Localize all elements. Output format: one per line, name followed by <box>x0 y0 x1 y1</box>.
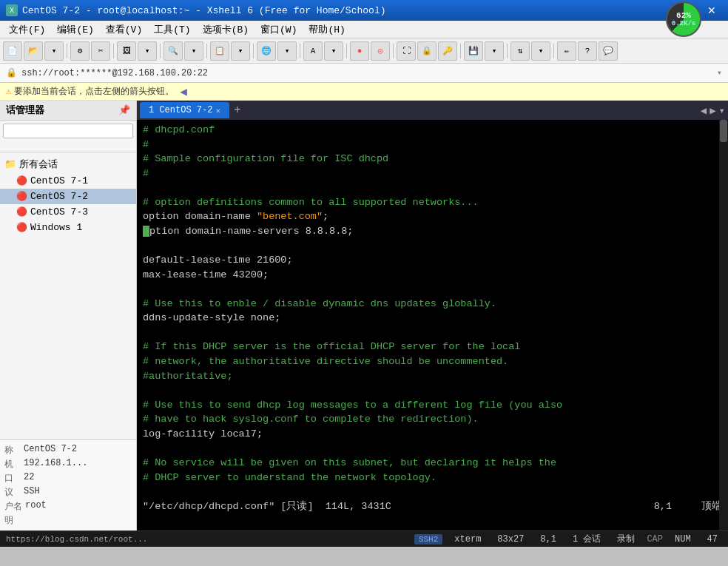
toolbar-key-btn[interactable]: 🔑 <box>438 41 457 61</box>
menu-tools[interactable]: 工具(T) <box>148 21 196 38</box>
address-dropdown[interactable]: ▾ <box>717 67 722 78</box>
toolbar-btn-3[interactable]: ✂ <box>91 41 110 61</box>
sidebar-pin-btn[interactable]: 📌 <box>118 104 130 116</box>
status-size: 83x27 <box>493 534 528 545</box>
tab-nav: ◀ ▶ ▾ <box>701 104 725 117</box>
sidebar-search-input[interactable] <box>3 124 133 138</box>
sidebar-item-centos72[interactable]: 🔴 CentOS 7-2 <box>0 189 136 204</box>
window-controls: — 62% 0.2K/s ✕ <box>679 2 722 18</box>
cursor-block <box>143 226 149 237</box>
status-position: 8,1 <box>536 534 561 545</box>
tab-add-btn[interactable]: + <box>231 104 244 117</box>
menu-window[interactable]: 窗口(W) <box>255 21 303 38</box>
toolbar-disk-btn[interactable]: 💾 <box>464 41 483 61</box>
sidebar-group-all[interactable]: 📁 所有会话 <box>0 155 136 173</box>
terminal-line: ption domain-name-servers 8.8.8.8; <box>143 224 722 239</box>
server-icon-3: 🔴 <box>16 206 27 218</box>
toolbar-lock-btn[interactable]: 🔒 <box>417 41 437 61</box>
tab-prev-btn[interactable]: ◀ <box>701 104 707 117</box>
terminal-line <box>143 326 722 340</box>
toolbar-fullscreen-btn[interactable]: ⛶ <box>397 41 416 61</box>
tab-close-btn[interactable]: ✕ <box>215 106 220 115</box>
terminal-line: # If this DHCP server is the official DH… <box>143 340 722 354</box>
scrollbar-track[interactable] <box>719 120 728 530</box>
toolbar-sep-2 <box>113 44 114 58</box>
terminal-line <box>143 485 722 499</box>
warning-text: 要添加当前会话，点击左侧的箭头按钮。 <box>14 85 174 98</box>
toolbar-dropdown7-btn[interactable]: ▾ <box>485 41 504 61</box>
sidebar-item-centos71[interactable]: 🔴 CentOS 7-1 <box>0 173 136 189</box>
toolbar-xfer-btn[interactable]: ⇅ <box>510 41 530 61</box>
toolbar-dropdown4-btn[interactable]: ▾ <box>231 41 250 61</box>
terminal-line: # <box>143 138 722 152</box>
toolbar-dropdown5-btn[interactable]: ▾ <box>277 41 297 61</box>
toolbar-dropdown3-btn[interactable]: ▾ <box>184 41 203 61</box>
toolbar-resize-btn[interactable]: 🖼 <box>117 41 136 61</box>
terminal-line: # have to hack syslog.conf to complete t… <box>143 412 722 427</box>
server-icon-4: 🔴 <box>16 222 27 233</box>
menu-file[interactable]: 文件(F) <box>3 21 51 38</box>
toolbar-copy-btn[interactable]: 📋 <box>210 41 229 61</box>
terminal-line: option domain-name "benet.com"; <box>143 209 722 224</box>
toolbar-globe-btn[interactable]: 🌐 <box>257 41 276 61</box>
toolbar-sep-6 <box>300 44 300 58</box>
toolbar-dropdown2-btn[interactable]: ▾ <box>138 41 157 61</box>
terminal-content[interactable]: # dhcpd.conf## Sample configuration file… <box>137 120 728 530</box>
terminal-line: "/etc/dhcp/dhcpd.conf" [只读] 114L, 3431C8… <box>143 499 722 514</box>
sidebar-item-centos73[interactable]: 🔴 CentOS 7-3 <box>0 204 136 220</box>
status-center: SSH2 xterm 83x27 8,1 1 会话 录制 CAP NUM 47 <box>414 533 722 545</box>
info-row-protocol: 议 SSH <box>4 485 132 499</box>
warning-arrow-btn[interactable]: ◀ <box>180 84 187 99</box>
toolbar-font-btn[interactable]: A <box>303 41 323 61</box>
toolbar-dropdown6-btn[interactable]: ▾ <box>324 41 343 61</box>
info-port-value: 22 <box>24 472 34 485</box>
terminal-line: # Use this to enble / disable dynamic dn… <box>143 297 722 311</box>
network-badge: 62% 0.2K/s <box>666 1 701 37</box>
tab-centos72[interactable]: 1 CentOS 7-2 ✕ <box>140 102 229 118</box>
info-protocol-value: SSH <box>24 486 40 499</box>
toolbar-red-btn[interactable]: ● <box>350 41 369 61</box>
toolbar-help-btn[interactable]: ? <box>578 41 597 61</box>
toolbar-sep-8 <box>393 44 394 58</box>
status-bar: https://blog.csdn.net/root... SSH2 xterm… <box>0 530 728 547</box>
sidebar-search-area: 🔍 <box>0 121 136 152</box>
main-content: 话管理器 📌 🔍 📁 所有会话 🔴 CentOS 7-1 🔴 CentOS 7-… <box>0 101 728 530</box>
toolbar-sep-9 <box>460 44 461 58</box>
toolbar-chat-btn[interactable]: 💬 <box>599 41 618 61</box>
network-percent: 62% <box>676 11 691 20</box>
toolbar-new-btn[interactable]: 📄 <box>3 41 22 61</box>
status-encoding: xterm <box>450 534 485 545</box>
toolbar-dropdown8-btn[interactable]: ▾ <box>531 41 550 61</box>
sidebar-group-label: 所有会话 <box>19 158 58 171</box>
terminal-line: # Use this to send dhcp log messages to … <box>143 398 722 413</box>
menu-tabs[interactable]: 选项卡(B) <box>197 21 255 38</box>
menu-help[interactable]: 帮助(H) <box>303 21 351 38</box>
tab-label: 1 CentOS 7-2 <box>149 105 212 115</box>
tab-next-btn[interactable]: ▶ <box>710 104 715 117</box>
terminal-line: # DHCP server to understand the network … <box>143 471 722 485</box>
close-button[interactable]: ✕ <box>701 2 722 18</box>
sidebar-item-label-2: CentOS 7-2 <box>30 191 88 202</box>
title-bar-title: CentOS 7-2 - root@localhost:~ - Xshell 6… <box>22 5 385 16</box>
status-ins: 47 <box>703 534 722 545</box>
toolbar-script-btn[interactable]: ✏ <box>557 41 576 61</box>
toolbar-sep-10 <box>507 44 508 58</box>
terminal-line: # option definitions common to all suppo… <box>143 195 722 210</box>
toolbar-btn-2[interactable]: ⚙ <box>70 41 90 61</box>
menu-view[interactable]: 查看(V) <box>100 21 148 38</box>
tab-menu-btn[interactable]: ▾ <box>719 104 725 117</box>
sidebar: 话管理器 📌 🔍 📁 所有会话 🔴 CentOS 7-1 🔴 CentOS 7-… <box>0 101 137 530</box>
toolbar-sep-3 <box>160 44 161 58</box>
toolbar-dropdown-btn[interactable]: ▾ <box>44 41 64 61</box>
sidebar-item-windows1[interactable]: 🔴 Windows 1 <box>0 220 136 235</box>
scrollbar-thumb[interactable] <box>720 120 727 142</box>
info-name-label: 称 <box>4 444 21 456</box>
app-icon: X <box>6 4 18 16</box>
toolbar-open-btn[interactable]: 📂 <box>24 41 43 61</box>
address-bar: 🔒 ssh://root:******@192.168.100.20:22 ▾ <box>0 64 728 83</box>
terminal-line <box>143 441 722 456</box>
toolbar-search-btn[interactable]: 🔍 <box>164 41 183 61</box>
title-bar: X CentOS 7-2 - root@localhost:~ - Xshell… <box>0 0 728 21</box>
toolbar-btn-r2[interactable]: ◎ <box>371 41 390 61</box>
menu-edit[interactable]: 编辑(E) <box>51 21 99 38</box>
